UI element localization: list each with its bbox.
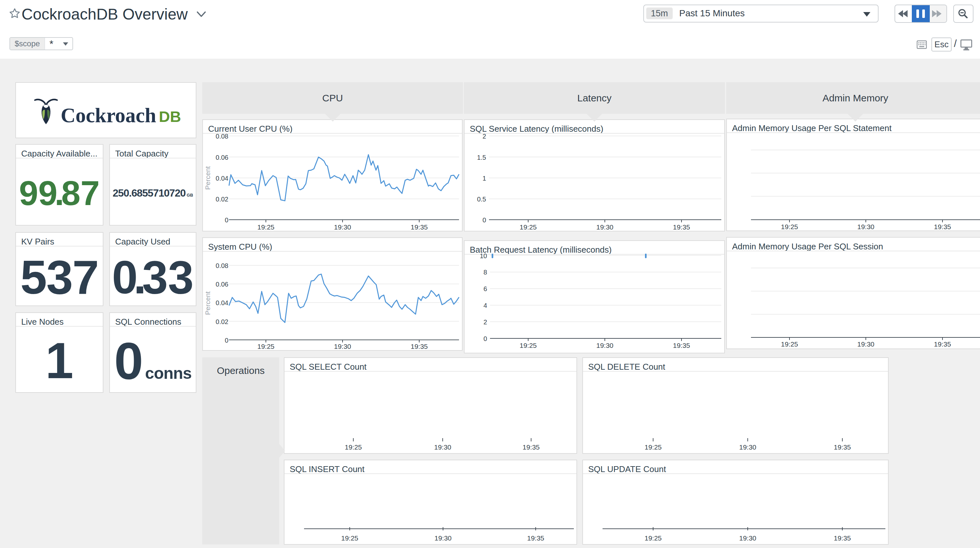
svg-text:Cockroach: Cockroach [60, 104, 156, 127]
svg-text:19:30: 19:30 [597, 342, 614, 349]
svg-text:19:25: 19:25 [520, 342, 537, 349]
svg-text:19:30: 19:30 [597, 223, 614, 231]
svg-text:19:30: 19:30 [739, 443, 757, 451]
svg-text:19:25: 19:25 [345, 443, 362, 451]
svg-text:0: 0 [225, 216, 228, 224]
svg-text:6: 6 [484, 285, 487, 292]
svg-text:19:35: 19:35 [411, 223, 428, 231]
svg-text:0.5: 0.5 [477, 195, 486, 203]
svg-text:19:35: 19:35 [834, 443, 851, 451]
svg-text:19:30: 19:30 [434, 534, 452, 542]
svg-text:0.08: 0.08 [216, 133, 228, 140]
svg-text:0: 0 [225, 337, 228, 344]
svg-text:0.04: 0.04 [216, 175, 228, 182]
svg-text:0: 0 [482, 216, 486, 224]
svg-text:19:25: 19:25 [258, 223, 275, 231]
svg-text:19:25: 19:25 [781, 340, 798, 348]
svg-text:19:25: 19:25 [644, 534, 662, 542]
svg-text:19:30: 19:30 [434, 443, 452, 451]
svg-text:0.02: 0.02 [216, 195, 228, 203]
svg-text:19:35: 19:35 [673, 223, 690, 231]
svg-text:0.08: 0.08 [216, 262, 228, 269]
svg-text:19:35: 19:35 [934, 340, 951, 348]
svg-text:0.02: 0.02 [216, 318, 228, 326]
svg-text:8: 8 [484, 268, 487, 276]
svg-text:19:25: 19:25 [258, 343, 275, 350]
svg-text:1: 1 [482, 175, 486, 182]
svg-text:0.04: 0.04 [216, 299, 228, 307]
svg-text:Percent: Percent [204, 166, 212, 190]
svg-text:0.06: 0.06 [216, 154, 228, 161]
svg-text:19:35: 19:35 [934, 223, 951, 230]
svg-text:19:30: 19:30 [334, 343, 352, 350]
svg-text:19:35: 19:35 [411, 343, 428, 350]
svg-text:19:25: 19:25 [644, 443, 662, 451]
svg-text:0: 0 [484, 335, 487, 342]
svg-text:19:25: 19:25 [520, 223, 537, 231]
svg-text:10: 10 [480, 252, 487, 259]
svg-text:19:30: 19:30 [739, 534, 757, 542]
svg-text:19:25: 19:25 [781, 223, 798, 230]
svg-text:2: 2 [484, 319, 487, 326]
svg-text:19:30: 19:30 [858, 223, 875, 230]
svg-text:19:25: 19:25 [341, 534, 358, 542]
svg-text:1.5: 1.5 [477, 154, 486, 161]
svg-text:0.06: 0.06 [216, 281, 228, 288]
svg-text:DB: DB [159, 108, 181, 125]
svg-text:19:30: 19:30 [858, 340, 875, 348]
svg-text:4: 4 [484, 302, 487, 309]
svg-text:19:30: 19:30 [334, 223, 352, 231]
svg-text:19:35: 19:35 [673, 342, 690, 349]
svg-text:19:35: 19:35 [834, 534, 851, 542]
svg-text:2: 2 [482, 133, 486, 140]
svg-text:19:35: 19:35 [523, 443, 540, 451]
svg-text:Percent: Percent [204, 291, 212, 315]
svg-text:19:35: 19:35 [527, 534, 544, 542]
